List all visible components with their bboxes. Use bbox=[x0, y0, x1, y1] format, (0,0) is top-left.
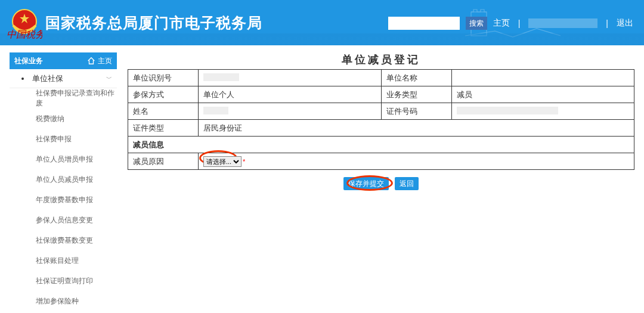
logout-link[interactable]: 退出 bbox=[617, 18, 633, 29]
home-link[interactable]: 主页 bbox=[493, 18, 510, 29]
sidebar: 社保业务 主页 单位社保 ﹀ 社保费申报记录查询和作废税费缴纳社保费申报单位人员… bbox=[10, 52, 117, 311]
sidebar-category: 社保业务 bbox=[14, 56, 43, 66]
sidebar-item-9[interactable]: 社保证明查询打印 bbox=[10, 271, 117, 291]
label-cert-type: 证件类型 bbox=[128, 120, 199, 137]
label-insure-mode: 参保方式 bbox=[128, 86, 199, 103]
back-button[interactable]: 返回 bbox=[395, 177, 419, 190]
action-bar: 保存并提交 返回 bbox=[128, 177, 634, 190]
main-content: 单位减员登记 单位识别号 单位名称 参保方式 单位个人 业务类型 减员 姓名 证… bbox=[117, 52, 634, 190]
wall-deco bbox=[0, 33, 644, 45]
label-cert-no: 证件号码 bbox=[381, 103, 451, 120]
label-unit-name: 单位名称 bbox=[381, 70, 451, 86]
sidebar-item-1[interactable]: 税费缴纳 bbox=[10, 109, 117, 129]
label-person-name: 姓名 bbox=[128, 103, 199, 120]
label-unit-id: 单位识别号 bbox=[128, 70, 199, 86]
highlight-ring-icon bbox=[346, 175, 393, 191]
national-emblem-icon: 中国税务 bbox=[10, 8, 39, 38]
chevron-down-icon: ﹀ bbox=[106, 75, 112, 83]
sidebar-item-5[interactable]: 年度缴费基数申报 bbox=[10, 190, 117, 210]
sidebar-item-10[interactable]: 增加参保险种 bbox=[10, 291, 117, 311]
value-person-name bbox=[199, 103, 382, 120]
sidebar-header: 社保业务 主页 bbox=[10, 52, 117, 69]
sidebar-item-0[interactable]: 社保费申报记录查询和作废 bbox=[10, 88, 117, 109]
value-unit-name bbox=[451, 70, 634, 86]
reason-select[interactable]: 请选择... bbox=[203, 156, 242, 167]
sidebar-menu: 社保费申报记录查询和作废税费缴纳社保费申报单位人员增员申报单位人员减员申报年度缴… bbox=[10, 88, 117, 311]
value-cert-type: 居民身份证 bbox=[199, 120, 634, 137]
search-button[interactable]: 搜索 bbox=[466, 17, 487, 30]
app-header: 中国税务 国家税务总局厦门市电子税务局 搜索 主页 | | 退出 bbox=[0, 0, 644, 45]
home-icon bbox=[87, 57, 95, 65]
sidebar-item-2[interactable]: 社保费申报 bbox=[10, 129, 117, 149]
value-biz-type: 减员 bbox=[451, 86, 634, 103]
registration-form: 单位识别号 单位名称 参保方式 单位个人 业务类型 减员 姓名 证件号码 证件类… bbox=[128, 69, 634, 170]
required-star-icon: * bbox=[243, 158, 245, 165]
sidebar-item-4[interactable]: 单位人员减员申报 bbox=[10, 169, 117, 190]
sidebar-item-8[interactable]: 社保账目处理 bbox=[10, 250, 117, 271]
section-header: 减员信息 bbox=[128, 137, 634, 153]
sidebar-home-link[interactable]: 主页 bbox=[87, 56, 112, 66]
bullet-icon bbox=[21, 78, 24, 80]
sidebar-item-6[interactable]: 参保人员信息变更 bbox=[10, 210, 117, 230]
search-input[interactable] bbox=[388, 17, 460, 30]
label-biz-type: 业务类型 bbox=[381, 86, 451, 103]
app-title: 国家税务总局厦门市电子税务局 bbox=[45, 13, 262, 33]
value-cert-no bbox=[451, 103, 634, 120]
label-reason: 减员原因 bbox=[128, 153, 199, 170]
sidebar-item-7[interactable]: 社保缴费基数变更 bbox=[10, 230, 117, 250]
sidebar-item-3[interactable]: 单位人员增员申报 bbox=[10, 149, 117, 169]
value-insure-mode: 单位个人 bbox=[199, 86, 382, 103]
current-user bbox=[528, 18, 597, 28]
svg-text:中国税务: 中国税务 bbox=[7, 29, 42, 39]
sidebar-group-unit[interactable]: 单位社保 ﹀ bbox=[10, 69, 117, 88]
header-right: 搜索 主页 | | 退出 bbox=[388, 17, 633, 30]
value-unit-id bbox=[199, 70, 382, 86]
page-title: 单位减员登记 bbox=[128, 52, 634, 67]
